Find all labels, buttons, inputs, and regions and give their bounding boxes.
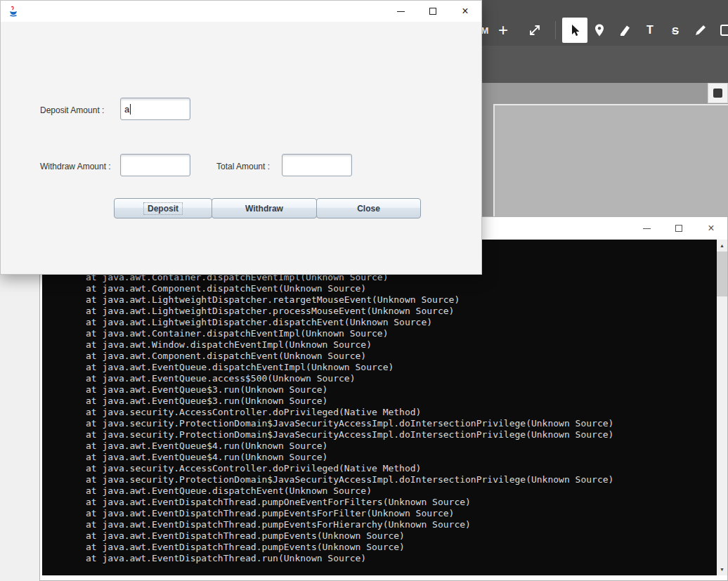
- pen-icon: [694, 23, 708, 37]
- resize-diagonal-icon: [528, 23, 542, 37]
- total-amount-label: Total Amount :: [216, 162, 270, 171]
- bank-minimize-button[interactable]: [384, 1, 417, 22]
- close-icon: ×: [462, 6, 468, 17]
- bank-close-button[interactable]: ×: [449, 1, 481, 22]
- bank-window-controls: ×: [384, 1, 481, 22]
- pen-tool-button[interactable]: [693, 18, 708, 43]
- stack-trace-line: at java.awt.Window.dispatchEventImpl(Unk…: [86, 339, 717, 351]
- withdraw-amount-input[interactable]: [120, 154, 190, 176]
- cursor-icon: [568, 23, 582, 37]
- stack-trace-line: at java.awt.EventDispatchThread.run(Unkn…: [86, 553, 717, 564]
- minimize-icon: [397, 11, 405, 12]
- maximize-icon: [675, 225, 682, 232]
- stack-trace-line: at java.awt.EventQueue$3.run(Unknown Sou…: [86, 384, 717, 396]
- text-tool-button[interactable]: T: [643, 18, 657, 43]
- pin-icon: [592, 23, 606, 37]
- console-output: at java.awt.Container.dispatchEventImpl(…: [42, 240, 727, 575]
- marker-icon: [618, 23, 632, 37]
- stack-trace-line: at java.awt.EventDispatchThread.pumpEven…: [86, 508, 717, 519]
- resize-button[interactable]: [526, 18, 543, 43]
- console-close-button[interactable]: ×: [695, 217, 727, 240]
- java-logo-icon: [7, 5, 20, 18]
- stack-trace-line: at java.awt.LightweightDispatcher.dispat…: [86, 317, 717, 328]
- deposit-amount-value: a: [124, 104, 129, 115]
- strikethrough-tool-button[interactable]: S: [668, 18, 682, 43]
- stack-trace-line: at java.awt.EventQueue.dispatchEvent(Unk…: [86, 485, 717, 497]
- annotation-canvas-band: [457, 46, 728, 83]
- text-tool-icon: T: [646, 24, 654, 37]
- withdraw-button[interactable]: Withdraw: [212, 198, 317, 218]
- stack-trace-line: at java.awt.EventQueue.access$500(Unknow…: [86, 373, 717, 384]
- stack-trace-line: at java.awt.Component.dispatchEvent(Unkn…: [86, 351, 717, 362]
- stack-trace-line: at java.security.ProtectionDomain$JavaSe…: [86, 474, 717, 485]
- text-caret: [130, 104, 131, 115]
- console-maximize-button[interactable]: [663, 217, 695, 240]
- plus-icon: +: [498, 20, 508, 40]
- minimize-icon: [643, 228, 651, 229]
- zoom-in-button[interactable]: +: [495, 18, 512, 43]
- close-icon: ×: [708, 223, 714, 234]
- stack-trace-line: at java.security.AccessController.doPriv…: [86, 407, 717, 418]
- stack-trace-line: at java.awt.EventQueue$4.run(Unknown Sou…: [86, 452, 717, 463]
- total-amount-input[interactable]: [282, 154, 352, 176]
- select-tool-button[interactable]: [562, 18, 587, 43]
- console-scrollbar[interactable]: ▲ ▼: [717, 240, 727, 575]
- bank-titlebar: ×: [1, 1, 481, 22]
- stack-trace-line: at java.awt.EventDispatchThread.pumpEven…: [86, 530, 717, 542]
- stack-trace-line: at java.security.AccessController.doPriv…: [86, 463, 717, 474]
- stack-trace-line: at java.awt.EventQueue$3.run(Unknown Sou…: [86, 396, 717, 407]
- stack-trace-line: at java.awt.LightweightDispatcher.proces…: [86, 306, 717, 317]
- captured-region: [493, 104, 728, 216]
- withdraw-amount-label: Withdraw Amount :: [40, 162, 111, 171]
- scroll-up-icon[interactable]: ▲: [717, 240, 727, 252]
- stack-trace-line: at java.awt.LightweightDispatcher.retarg…: [86, 294, 717, 306]
- stack-trace-line: at java.security.ProtectionDomain$JavaSe…: [86, 429, 717, 440]
- bank-maximize-button[interactable]: [417, 1, 449, 22]
- side-panel-button[interactable]: [708, 83, 728, 103]
- button-row: Deposit Withdraw Close: [114, 198, 421, 218]
- deposit-amount-input[interactable]: a: [120, 98, 190, 120]
- shape-tool-button[interactable]: [718, 18, 728, 43]
- console-minimize-button[interactable]: [630, 217, 663, 240]
- marker-tool-button[interactable]: [617, 18, 632, 43]
- close-button[interactable]: Close: [316, 198, 421, 218]
- stack-trace-line: at java.awt.EventDispatchThread.pumpEven…: [86, 542, 717, 553]
- maximize-icon: [429, 8, 436, 15]
- stack-trace-line: at java.awt.Component.dispatchEvent(Unkn…: [86, 283, 717, 294]
- deposit-button[interactable]: Deposit: [114, 198, 212, 218]
- side-panel-icon: [713, 89, 722, 98]
- stack-trace-line: at java.awt.EventDispatchThread.pumpEven…: [86, 519, 717, 530]
- deposit-button-label: Deposit: [144, 203, 182, 214]
- deposit-amount-label: Deposit Amount :: [40, 105, 104, 115]
- toolbar-separator: [555, 21, 556, 39]
- strikethrough-tool-icon: S: [672, 25, 679, 37]
- stack-trace-line: at java.awt.EventDispatchThread.pumpOneE…: [86, 497, 717, 508]
- close-button-label: Close: [357, 204, 380, 214]
- stack-trace-line: at java.security.ProtectionDomain$JavaSe…: [86, 418, 717, 429]
- shape-icon: [719, 23, 728, 37]
- withdraw-button-label: Withdraw: [245, 204, 283, 214]
- stack-trace: at java.awt.Container.dispatchEventImpl(…: [42, 272, 717, 564]
- stack-trace-line: at java.awt.EventQueue.dispatchEventImpl…: [86, 362, 717, 373]
- stack-trace-line: at java.awt.EventQueue$4.run(Unknown Sou…: [86, 440, 717, 452]
- scrollbar-thumb[interactable]: [717, 252, 727, 296]
- stack-trace-line: at java.awt.Container.dispatchEventImpl(…: [86, 328, 717, 339]
- pin-tool-button[interactable]: [592, 18, 607, 43]
- scroll-down-icon[interactable]: ▼: [717, 563, 727, 575]
- bank-app-window: × Deposit Amount : a Withdraw Amount : T…: [0, 0, 482, 275]
